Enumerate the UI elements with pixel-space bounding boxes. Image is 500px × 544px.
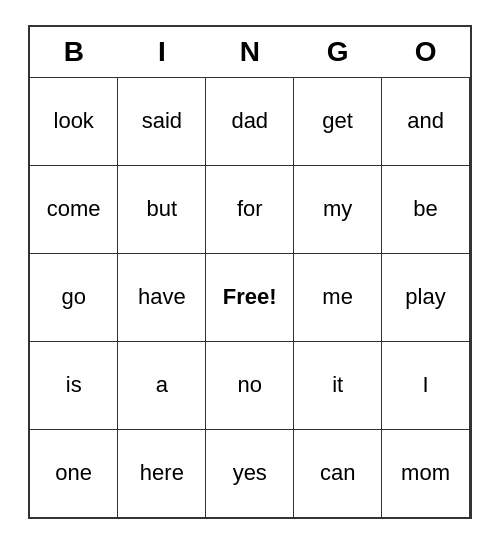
bingo-cell: my [294, 165, 382, 253]
bingo-card: B I N G O looksaiddadgetandcomebutformyb… [28, 25, 472, 519]
bingo-table: B I N G O looksaiddadgetandcomebutformyb… [30, 27, 470, 517]
bingo-cell: be [382, 165, 470, 253]
table-row: onehereyescanmom [30, 429, 470, 517]
header-row: B I N G O [30, 27, 470, 77]
table-row: isanoitI [30, 341, 470, 429]
bingo-cell: get [294, 77, 382, 165]
bingo-cell: look [30, 77, 118, 165]
header-o: O [382, 27, 470, 77]
bingo-cell: go [30, 253, 118, 341]
bingo-cell: no [206, 341, 294, 429]
bingo-cell: here [118, 429, 206, 517]
header-i: I [118, 27, 206, 77]
bingo-cell: said [118, 77, 206, 165]
bingo-cell: it [294, 341, 382, 429]
bingo-cell: I [382, 341, 470, 429]
bingo-cell: Free! [206, 253, 294, 341]
table-row: looksaiddadgetand [30, 77, 470, 165]
bingo-cell: me [294, 253, 382, 341]
bingo-cell: mom [382, 429, 470, 517]
header-b: B [30, 27, 118, 77]
bingo-cell: have [118, 253, 206, 341]
bingo-cell: dad [206, 77, 294, 165]
table-row: gohaveFree!meplay [30, 253, 470, 341]
header-n: N [206, 27, 294, 77]
bingo-cell: come [30, 165, 118, 253]
bingo-cell: for [206, 165, 294, 253]
table-row: comebutformybe [30, 165, 470, 253]
bingo-cell: can [294, 429, 382, 517]
bingo-cell: is [30, 341, 118, 429]
bingo-cell: play [382, 253, 470, 341]
bingo-cell: a [118, 341, 206, 429]
bingo-cell: one [30, 429, 118, 517]
bingo-cell: but [118, 165, 206, 253]
header-g: G [294, 27, 382, 77]
bingo-cell: and [382, 77, 470, 165]
bingo-cell: yes [206, 429, 294, 517]
